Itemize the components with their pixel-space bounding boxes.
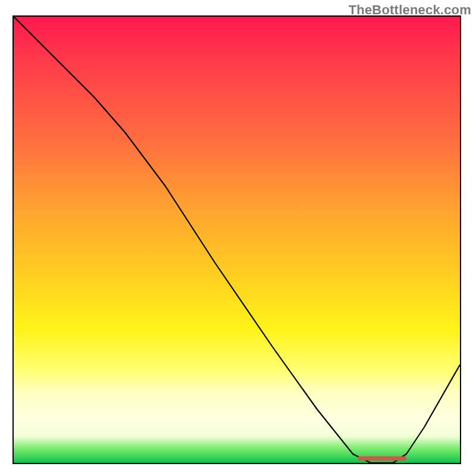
valley-marker	[358, 456, 407, 461]
chart-line	[14, 17, 460, 463]
attribution-text: TheBottleneck.com	[349, 2, 471, 18]
chart-plot-area	[14, 17, 460, 463]
